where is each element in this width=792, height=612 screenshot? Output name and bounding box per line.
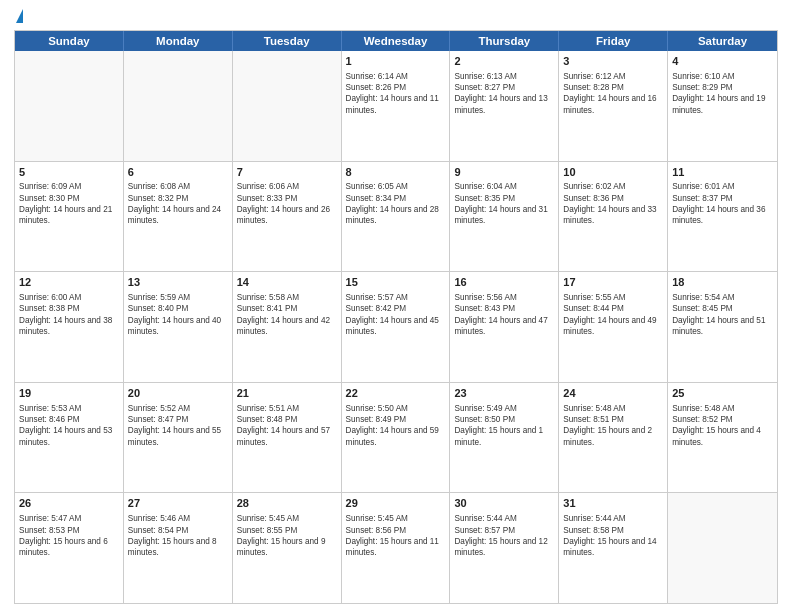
day-number: 21 xyxy=(237,386,337,401)
table-row: 18Sunrise: 5:54 AMSunset: 8:45 PMDayligh… xyxy=(668,272,777,382)
day-info: Sunrise: 5:55 AMSunset: 8:44 PMDaylight:… xyxy=(563,292,663,337)
day-info: Sunrise: 5:47 AMSunset: 8:53 PMDaylight:… xyxy=(19,513,119,558)
table-row: 5Sunrise: 6:09 AMSunset: 8:30 PMDaylight… xyxy=(15,162,124,272)
day-number: 17 xyxy=(563,275,663,290)
day-info: Sunrise: 6:12 AMSunset: 8:28 PMDaylight:… xyxy=(563,71,663,116)
day-info: Sunrise: 5:59 AMSunset: 8:40 PMDaylight:… xyxy=(128,292,228,337)
header-wednesday: Wednesday xyxy=(342,31,451,51)
table-row: 16Sunrise: 5:56 AMSunset: 8:43 PMDayligh… xyxy=(450,272,559,382)
table-row: 25Sunrise: 5:48 AMSunset: 8:52 PMDayligh… xyxy=(668,383,777,493)
logo-icon xyxy=(16,9,23,23)
day-info: Sunrise: 5:44 AMSunset: 8:58 PMDaylight:… xyxy=(563,513,663,558)
table-row: 29Sunrise: 5:45 AMSunset: 8:56 PMDayligh… xyxy=(342,493,451,603)
day-info: Sunrise: 5:48 AMSunset: 8:51 PMDaylight:… xyxy=(563,403,663,448)
week-row-1: 5Sunrise: 6:09 AMSunset: 8:30 PMDaylight… xyxy=(15,162,777,273)
table-row xyxy=(124,51,233,161)
week-row-3: 19Sunrise: 5:53 AMSunset: 8:46 PMDayligh… xyxy=(15,383,777,494)
day-info: Sunrise: 5:48 AMSunset: 8:52 PMDaylight:… xyxy=(672,403,773,448)
day-number: 28 xyxy=(237,496,337,511)
day-number: 6 xyxy=(128,165,228,180)
day-info: Sunrise: 5:56 AMSunset: 8:43 PMDaylight:… xyxy=(454,292,554,337)
day-info: Sunrise: 6:14 AMSunset: 8:26 PMDaylight:… xyxy=(346,71,446,116)
table-row xyxy=(233,51,342,161)
table-row: 6Sunrise: 6:08 AMSunset: 8:32 PMDaylight… xyxy=(124,162,233,272)
day-info: Sunrise: 5:52 AMSunset: 8:47 PMDaylight:… xyxy=(128,403,228,448)
day-info: Sunrise: 6:01 AMSunset: 8:37 PMDaylight:… xyxy=(672,181,773,226)
table-row: 30Sunrise: 5:44 AMSunset: 8:57 PMDayligh… xyxy=(450,493,559,603)
day-info: Sunrise: 6:10 AMSunset: 8:29 PMDaylight:… xyxy=(672,71,773,116)
day-number: 31 xyxy=(563,496,663,511)
day-number: 25 xyxy=(672,386,773,401)
day-number: 18 xyxy=(672,275,773,290)
day-number: 29 xyxy=(346,496,446,511)
table-row: 31Sunrise: 5:44 AMSunset: 8:58 PMDayligh… xyxy=(559,493,668,603)
page: Sunday Monday Tuesday Wednesday Thursday… xyxy=(0,0,792,612)
day-number: 27 xyxy=(128,496,228,511)
day-number: 2 xyxy=(454,54,554,69)
table-row: 26Sunrise: 5:47 AMSunset: 8:53 PMDayligh… xyxy=(15,493,124,603)
table-row xyxy=(15,51,124,161)
table-row: 20Sunrise: 5:52 AMSunset: 8:47 PMDayligh… xyxy=(124,383,233,493)
day-info: Sunrise: 6:09 AMSunset: 8:30 PMDaylight:… xyxy=(19,181,119,226)
header-tuesday: Tuesday xyxy=(233,31,342,51)
day-info: Sunrise: 5:54 AMSunset: 8:45 PMDaylight:… xyxy=(672,292,773,337)
table-row: 1Sunrise: 6:14 AMSunset: 8:26 PMDaylight… xyxy=(342,51,451,161)
day-number: 13 xyxy=(128,275,228,290)
day-number: 5 xyxy=(19,165,119,180)
day-number: 16 xyxy=(454,275,554,290)
table-row: 15Sunrise: 5:57 AMSunset: 8:42 PMDayligh… xyxy=(342,272,451,382)
table-row: 12Sunrise: 6:00 AMSunset: 8:38 PMDayligh… xyxy=(15,272,124,382)
day-info: Sunrise: 5:53 AMSunset: 8:46 PMDaylight:… xyxy=(19,403,119,448)
day-info: Sunrise: 6:13 AMSunset: 8:27 PMDaylight:… xyxy=(454,71,554,116)
day-number: 3 xyxy=(563,54,663,69)
table-row: 8Sunrise: 6:05 AMSunset: 8:34 PMDaylight… xyxy=(342,162,451,272)
day-number: 12 xyxy=(19,275,119,290)
table-row: 9Sunrise: 6:04 AMSunset: 8:35 PMDaylight… xyxy=(450,162,559,272)
day-info: Sunrise: 6:05 AMSunset: 8:34 PMDaylight:… xyxy=(346,181,446,226)
table-row: 21Sunrise: 5:51 AMSunset: 8:48 PMDayligh… xyxy=(233,383,342,493)
table-row: 17Sunrise: 5:55 AMSunset: 8:44 PMDayligh… xyxy=(559,272,668,382)
calendar-header: Sunday Monday Tuesday Wednesday Thursday… xyxy=(15,31,777,51)
day-info: Sunrise: 6:00 AMSunset: 8:38 PMDaylight:… xyxy=(19,292,119,337)
day-number: 4 xyxy=(672,54,773,69)
table-row: 4Sunrise: 6:10 AMSunset: 8:29 PMDaylight… xyxy=(668,51,777,161)
table-row: 13Sunrise: 5:59 AMSunset: 8:40 PMDayligh… xyxy=(124,272,233,382)
table-row: 2Sunrise: 6:13 AMSunset: 8:27 PMDaylight… xyxy=(450,51,559,161)
day-info: Sunrise: 5:44 AMSunset: 8:57 PMDaylight:… xyxy=(454,513,554,558)
day-info: Sunrise: 5:50 AMSunset: 8:49 PMDaylight:… xyxy=(346,403,446,448)
day-number: 1 xyxy=(346,54,446,69)
day-info: Sunrise: 5:58 AMSunset: 8:41 PMDaylight:… xyxy=(237,292,337,337)
logo xyxy=(14,10,23,22)
table-row: 3Sunrise: 6:12 AMSunset: 8:28 PMDaylight… xyxy=(559,51,668,161)
table-row: 28Sunrise: 5:45 AMSunset: 8:55 PMDayligh… xyxy=(233,493,342,603)
day-info: Sunrise: 5:45 AMSunset: 8:56 PMDaylight:… xyxy=(346,513,446,558)
header-thursday: Thursday xyxy=(450,31,559,51)
header-monday: Monday xyxy=(124,31,233,51)
table-row: 7Sunrise: 6:06 AMSunset: 8:33 PMDaylight… xyxy=(233,162,342,272)
table-row: 27Sunrise: 5:46 AMSunset: 8:54 PMDayligh… xyxy=(124,493,233,603)
header-saturday: Saturday xyxy=(668,31,777,51)
day-number: 10 xyxy=(563,165,663,180)
table-row: 19Sunrise: 5:53 AMSunset: 8:46 PMDayligh… xyxy=(15,383,124,493)
week-row-2: 12Sunrise: 6:00 AMSunset: 8:38 PMDayligh… xyxy=(15,272,777,383)
day-info: Sunrise: 5:46 AMSunset: 8:54 PMDaylight:… xyxy=(128,513,228,558)
day-info: Sunrise: 5:49 AMSunset: 8:50 PMDaylight:… xyxy=(454,403,554,448)
week-row-0: 1Sunrise: 6:14 AMSunset: 8:26 PMDaylight… xyxy=(15,51,777,162)
day-number: 26 xyxy=(19,496,119,511)
table-row: 24Sunrise: 5:48 AMSunset: 8:51 PMDayligh… xyxy=(559,383,668,493)
table-row: 22Sunrise: 5:50 AMSunset: 8:49 PMDayligh… xyxy=(342,383,451,493)
day-number: 15 xyxy=(346,275,446,290)
header xyxy=(14,10,778,22)
day-number: 24 xyxy=(563,386,663,401)
day-number: 14 xyxy=(237,275,337,290)
table-row: 11Sunrise: 6:01 AMSunset: 8:37 PMDayligh… xyxy=(668,162,777,272)
day-info: Sunrise: 6:04 AMSunset: 8:35 PMDaylight:… xyxy=(454,181,554,226)
week-row-4: 26Sunrise: 5:47 AMSunset: 8:53 PMDayligh… xyxy=(15,493,777,603)
day-number: 19 xyxy=(19,386,119,401)
day-number: 23 xyxy=(454,386,554,401)
day-info: Sunrise: 5:45 AMSunset: 8:55 PMDaylight:… xyxy=(237,513,337,558)
table-row xyxy=(668,493,777,603)
day-number: 7 xyxy=(237,165,337,180)
day-number: 22 xyxy=(346,386,446,401)
calendar: Sunday Monday Tuesday Wednesday Thursday… xyxy=(14,30,778,604)
